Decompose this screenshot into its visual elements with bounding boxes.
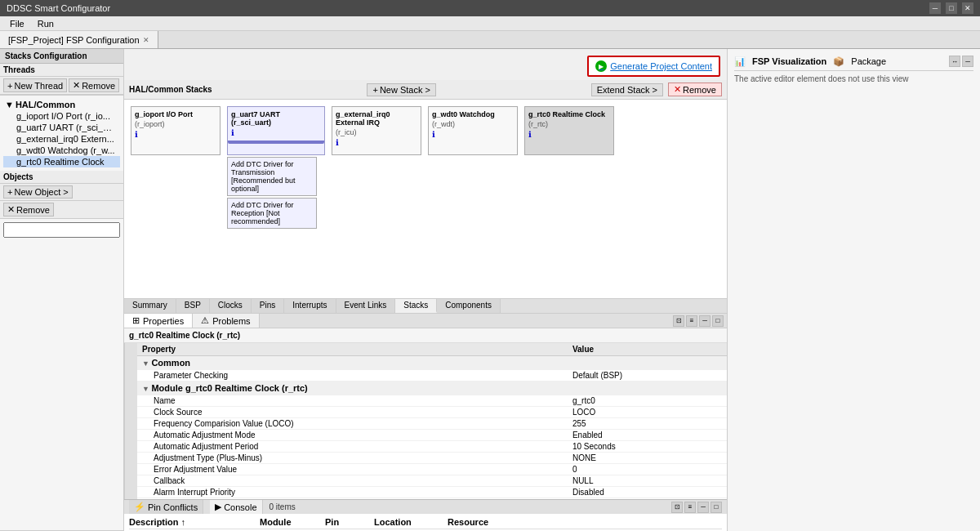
tree-item-rtc[interactable]: g_rtc0 Realtime Clock — [3, 156, 120, 167]
tab-stacks[interactable]: Stacks — [395, 299, 437, 313]
callback-value[interactable]: NULL — [568, 475, 727, 487]
alarm-int-label: Alarm Interrupt Priority — [137, 487, 568, 498]
clock-source-value[interactable]: LOCO — [568, 407, 727, 418]
console-sort-btn[interactable]: ≡ — [684, 502, 696, 513]
expand-icon: ▼ — [5, 100, 14, 109]
right-panel-controls: ↔ ─ — [949, 56, 973, 67]
console-icon: ▶ — [215, 502, 221, 512]
problems-icon: ⚠ — [201, 315, 209, 326]
uart-info[interactable]: ℹ — [231, 128, 321, 137]
properties-tab-bar: ⊞ Properties ⚠ Problems ⊡ ≡ ─ □ — [124, 314, 727, 328]
console-minimize-btn[interactable]: ─ — [697, 502, 709, 513]
stack-block-irq[interactable]: g_external_irq0 External IRQ (r_icu) ℹ — [332, 106, 421, 155]
tree-item-ioport[interactable]: g_ioport I/O Port (r_io... — [3, 110, 120, 122]
fsp-tab-close[interactable]: ✕ — [143, 36, 149, 44]
sort-arrow: ↑ — [181, 517, 186, 527]
row-auto-adj-mode: Automatic Adjustment Mode Enabled — [137, 430, 727, 441]
hal-common-group: ▼ HAL/Common g_ioport I/O Port (r_io... … — [0, 97, 123, 169]
right-panel-header: 📊 FSP Visualization 📦 Package ↔ ─ — [734, 56, 973, 71]
generate-area-wrapper: ▶ Generate Project Content — [124, 49, 727, 80]
ioport-title: g_ioport I/O Port — [135, 110, 216, 118]
remove-stack-button[interactable]: ✕ Remove — [668, 83, 722, 96]
remove-object-button[interactable]: ✕ Remove — [3, 203, 54, 216]
left-panel: Stacks Configuration Threads + New Threa… — [0, 49, 124, 531]
properties-tab[interactable]: ⊞ Properties — [124, 314, 193, 328]
fsp-tab-label: [FSP_Project] FSP Configuration — [8, 35, 140, 45]
stack-block-uart[interactable]: g_uart7 UART (r_sci_uart) ℹ — [227, 106, 325, 155]
maximize-button[interactable]: □ — [946, 2, 957, 14]
remove-stack-icon: ✕ — [674, 84, 681, 95]
generate-button[interactable]: ▶ Generate Project Content — [595, 60, 712, 72]
irq-info[interactable]: ℹ — [336, 138, 417, 147]
close-button[interactable]: ✕ — [962, 2, 973, 14]
add-icon: + — [7, 81, 12, 91]
right-panel-btn1[interactable]: ↔ — [949, 56, 960, 67]
right-panel-btn2[interactable]: ─ — [962, 56, 973, 67]
tab-clocks[interactable]: Clocks — [210, 299, 252, 313]
center-area: ▶ Generate Project Content HAL/Common St… — [124, 49, 727, 531]
editor-tab-bar: [FSP_Project] FSP Configuration ✕ — [0, 31, 980, 49]
stack-block-rtc[interactable]: g_rtc0 Realtime Clock (r_rtc) ℹ — [524, 106, 614, 155]
auto-adj-period-value[interactable]: 10 Seconds — [568, 441, 727, 453]
wdt-info[interactable]: ℹ — [432, 130, 514, 139]
tab-summary[interactable]: Summary — [124, 299, 176, 313]
error-adj-value[interactable]: 0 — [568, 464, 727, 475]
tree-item-wdt[interactable]: g_wdt0 Watchdog (r_w... — [3, 145, 120, 156]
menu-run[interactable]: Run — [31, 16, 60, 30]
tab-interrupts[interactable]: Interrupts — [284, 299, 336, 313]
tab-event-links[interactable]: Event Links — [336, 299, 396, 313]
new-thread-button[interactable]: + New Thread — [3, 78, 67, 92]
row-alarm-int: Alarm Interrupt Priority Disabled — [137, 487, 727, 498]
auto-adj-period-label: Automatic Adjustment Period — [137, 441, 568, 453]
remove-thread-button[interactable]: ✕ Remove — [69, 78, 119, 92]
prop-maximize-btn[interactable]: □ — [712, 315, 724, 327]
menu-file[interactable]: File — [3, 16, 31, 30]
stack-block-wdt[interactable]: g_wdt0 Watchdog (r_wdt) ℹ — [428, 106, 518, 155]
new-stack-button[interactable]: + New Stack > — [367, 83, 436, 96]
clock-source-label: Clock Source — [137, 407, 568, 418]
stack-block-ioport[interactable]: g_ioport I/O Port (r_ioport) ℹ — [131, 106, 220, 155]
ioport-info[interactable]: ℹ — [135, 130, 216, 139]
new-object-button[interactable]: + New Object > — [3, 185, 73, 199]
package-icon: 📦 — [833, 56, 844, 67]
stacks-canvas: g_ioport I/O Port (r_ioport) ℹ g_uart7 U… — [124, 100, 727, 298]
module-expand-icon: ▼ — [142, 385, 151, 393]
fsp-viz-title: FSP Visualization — [752, 56, 826, 66]
uart-dtc-rx-block[interactable]: Add DTC Driver for Reception [Not recomm… — [227, 198, 317, 229]
tab-pins[interactable]: Pins — [252, 299, 284, 313]
pin-conflicts-tab[interactable]: ⚡ Pin Conflicts — [129, 500, 203, 514]
fsp-config-tab[interactable]: [FSP_Project] FSP Configuration ✕ — [0, 31, 158, 48]
tree-item-uart[interactable]: g_uart7 UART (r_sci_ua... — [3, 122, 120, 133]
param-checking-value[interactable]: Default (BSP) — [568, 370, 727, 382]
tab-bsp[interactable]: BSP — [176, 299, 210, 313]
uart-block-container: g_uart7 UART (r_sci_uart) ℹ Add DTC Driv… — [227, 106, 325, 229]
rtc-info[interactable]: ℹ — [528, 130, 610, 139]
extend-stack-button[interactable]: Extend Stack > — [591, 83, 663, 96]
uart-dtc-tx-block[interactable]: Add DTC Driver for Transmission [Recomme… — [227, 157, 317, 196]
tab-components[interactable]: Components — [437, 299, 501, 313]
tree-item-irq[interactable]: g_external_irq0 Extern... — [3, 133, 120, 145]
row-clock-source: Clock Source LOCO — [137, 407, 727, 418]
prop-minimize-btn[interactable]: ─ — [699, 315, 710, 327]
name-value[interactable]: g_rtc0 — [568, 395, 727, 407]
problems-tab[interactable]: ⚠ Problems — [193, 314, 259, 328]
objects-search-input[interactable] — [3, 222, 120, 238]
hal-common-toggle[interactable]: ▼ HAL/Common — [3, 99, 120, 110]
row-param-checking: Parameter Checking Default (BSP) — [137, 370, 727, 382]
properties-content[interactable]: Property Value ▼ Common — [137, 343, 727, 499]
col-description-header[interactable]: Description ↑ — [129, 517, 260, 527]
console-maximize-btn[interactable]: □ — [710, 502, 722, 513]
adj-type-value[interactable]: NONE — [568, 453, 727, 464]
settings-label: Settings — [124, 343, 137, 499]
objects-label: Objects — [3, 172, 33, 181]
prop-view-btn1[interactable]: ⊡ — [673, 315, 684, 327]
threads-section: Threads + New Thread ✕ Remove — [0, 64, 123, 96]
generate-area: ▶ Generate Project Content — [587, 56, 720, 77]
console-tab[interactable]: ▶ Console — [210, 500, 262, 514]
minimize-button[interactable]: ─ — [929, 2, 941, 14]
prop-view-btn2[interactable]: ≡ — [686, 315, 697, 327]
console-filter-btn[interactable]: ⊡ — [671, 502, 683, 513]
freq-comp-value[interactable]: 255 — [568, 418, 727, 430]
auto-adj-mode-value[interactable]: Enabled — [568, 430, 727, 441]
alarm-int-value[interactable]: Disabled — [568, 487, 727, 498]
